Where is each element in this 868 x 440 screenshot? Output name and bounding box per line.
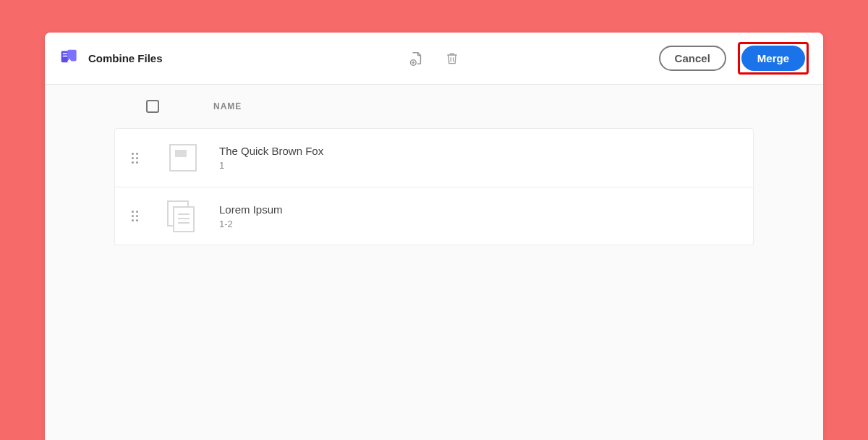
merge-button[interactable]: Merge (741, 46, 805, 71)
file-list-area: NAME The Quick Brown Fox 1 (45, 85, 823, 245)
column-header-name: NAME (213, 101, 242, 111)
select-all-checkbox[interactable] (146, 100, 159, 113)
file-pages: 1-2 (219, 219, 283, 229)
file-stack-thumbnail-icon (167, 200, 199, 232)
file-thumbnail-icon (167, 142, 199, 174)
file-row[interactable]: Lorem Ipsum 1-2 (115, 187, 753, 245)
page-title: Combine Files (88, 52, 163, 64)
file-name: The Quick Brown Fox (219, 145, 323, 157)
list-header: NAME (45, 85, 823, 128)
trash-icon[interactable] (444, 51, 460, 67)
drag-handle-icon[interactable] (129, 211, 140, 221)
file-pages: 1 (219, 160, 323, 171)
file-text: Lorem Ipsum 1-2 (219, 203, 283, 229)
svg-rect-1 (67, 49, 76, 61)
drag-handle-icon[interactable] (129, 153, 140, 164)
combine-files-panel: Combine Files Cancel (45, 33, 823, 440)
toolbar-center (408, 51, 460, 67)
add-file-icon[interactable] (408, 51, 424, 67)
toolbar-actions: Cancel Merge (659, 42, 809, 75)
file-row[interactable]: The Quick Brown Fox 1 (115, 129, 753, 187)
toolbar: Combine Files Cancel (45, 33, 823, 85)
file-name: Lorem Ipsum (219, 203, 283, 216)
combine-files-icon (59, 48, 80, 69)
cancel-button[interactable]: Cancel (659, 46, 726, 71)
file-text: The Quick Brown Fox 1 (219, 145, 323, 171)
merge-highlight: Merge (738, 42, 809, 75)
file-list: The Quick Brown Fox 1 Lorem Ipsum 1-2 (114, 128, 754, 245)
